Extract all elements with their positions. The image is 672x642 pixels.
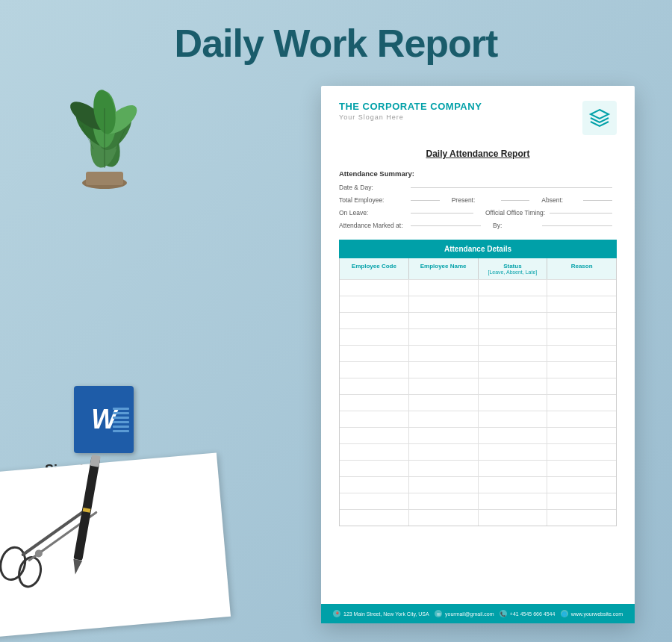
table-cell: [547, 461, 616, 476]
footer-website: 🌐 www.yourwebsite.com: [561, 610, 623, 617]
table-cell: [340, 280, 409, 296]
table-cell: [479, 428, 548, 443]
table-cell: [479, 461, 548, 476]
table-row: [340, 378, 616, 394]
address-text: 123 Main Street, New York City, USA: [343, 611, 429, 617]
col-status-sub: [Leave, Absent, Late]: [481, 269, 545, 275]
summary-row-employee: Total Employee: Present: Absent:: [339, 196, 617, 204]
table-cell: [479, 362, 548, 378]
table-cell: [340, 329, 409, 345]
summary-row-date: Date & Day:: [339, 184, 617, 191]
col-reason: Reason: [547, 258, 616, 279]
table-cell: [409, 395, 479, 411]
company-slogan: Your Slogan Here: [339, 113, 482, 121]
table-cell: [409, 477, 479, 493]
document: THE CORPORATE COMPANY Your Slogan Here D…: [321, 86, 635, 623]
report-title: Daily Attendance Report: [321, 143, 635, 169]
present-line: [501, 200, 530, 201]
table-cell: [479, 313, 548, 328]
phone-icon: 📞: [500, 610, 507, 617]
col-employee-name: Employee Name: [409, 258, 479, 279]
table-cell: [547, 444, 616, 460]
svg-rect-1: [86, 172, 123, 185]
table-row: [340, 345, 616, 361]
table-row: [340, 394, 616, 411]
table-cell: [547, 313, 616, 328]
table-row: [340, 312, 616, 328]
table-cell: [409, 378, 479, 394]
table-row: [340, 411, 616, 427]
summary-label: Attendance Summary:: [339, 169, 617, 178]
summary-row-marked: Attendance Marked at: By:: [339, 222, 617, 229]
leave-line: [411, 213, 473, 214]
absent-line: [583, 200, 612, 201]
phone-text: +41 4545 666 4544: [510, 611, 556, 617]
website-text: www.yourwebsite.com: [571, 611, 623, 617]
table-cell: [547, 510, 616, 526]
svg-rect-19: [90, 455, 100, 467]
table-header: Attendance Details: [339, 240, 617, 258]
total-employee-label: Total Employee:: [339, 196, 406, 204]
table-cell: [479, 346, 548, 361]
table-cell: [340, 477, 409, 493]
table-cell: [479, 280, 548, 296]
date-label: Date & Day:: [339, 184, 406, 191]
table-cell: [409, 329, 479, 345]
col-employee-code: Employee Code: [340, 258, 409, 279]
table-cell: [409, 346, 479, 361]
marked-at-label: Attendance Marked at:: [339, 222, 406, 229]
table-cell: [479, 296, 548, 312]
total-line: [411, 200, 440, 201]
table-cell: [547, 329, 616, 345]
marked-line: [411, 225, 481, 226]
table-cell: [409, 510, 479, 526]
svg-marker-20: [71, 559, 82, 576]
table-row: [340, 476, 616, 493]
table-cell: [479, 395, 548, 411]
table-cell: [409, 313, 479, 328]
table-cell: [409, 411, 479, 427]
table-cell: [340, 461, 409, 476]
table-cell: [340, 313, 409, 328]
office-timing-label: Official Office Timing:: [485, 209, 545, 216]
location-icon: 📍: [333, 610, 340, 617]
doc-footer: 📍 123 Main Street, New York City, USA ✉ …: [321, 604, 635, 623]
date-line: [411, 187, 612, 188]
table-cell: [340, 444, 409, 460]
table-cell: [409, 280, 479, 296]
table-cell: [409, 461, 479, 476]
table-cell: [547, 428, 616, 443]
table-cell: [340, 428, 409, 443]
table-cell: [547, 378, 616, 394]
table-cell: [479, 493, 548, 509]
table-column-headers: Employee Code Employee Name Status [Leav…: [339, 258, 617, 279]
table-row: [340, 361, 616, 378]
company-name: THE CORPORATE COMPANY: [339, 101, 482, 112]
table-cell: [340, 493, 409, 509]
email-text: yourmail@gmail.com: [445, 611, 494, 617]
by-line: [542, 225, 612, 226]
table-cell: [547, 395, 616, 411]
table-cell: [409, 493, 479, 509]
company-info: THE CORPORATE COMPANY Your Slogan Here: [339, 101, 482, 121]
table-cell: [340, 411, 409, 427]
footer-email: ✉ yourmail@gmail.com: [435, 610, 494, 617]
table-row: [340, 460, 616, 476]
doc-header: THE CORPORATE COMPANY Your Slogan Here: [321, 86, 635, 143]
table-cell: [409, 362, 479, 378]
table-cell: [409, 296, 479, 312]
stationery-decoration: [0, 426, 224, 612]
table-rows: [339, 279, 617, 526]
table-row: [340, 427, 616, 443]
table-cell: [547, 296, 616, 312]
email-icon: ✉: [435, 610, 442, 617]
table-cell: [479, 477, 548, 493]
attendance-table: Attendance Details Employee Code Employe…: [339, 240, 617, 526]
footer-phone: 📞 +41 4545 666 4544: [500, 610, 556, 617]
present-label: Present:: [452, 196, 497, 204]
table-row: [340, 279, 616, 296]
table-row: [340, 493, 616, 509]
table-cell: [479, 329, 548, 345]
table-cell: [340, 346, 409, 361]
table-cell: [479, 444, 548, 460]
